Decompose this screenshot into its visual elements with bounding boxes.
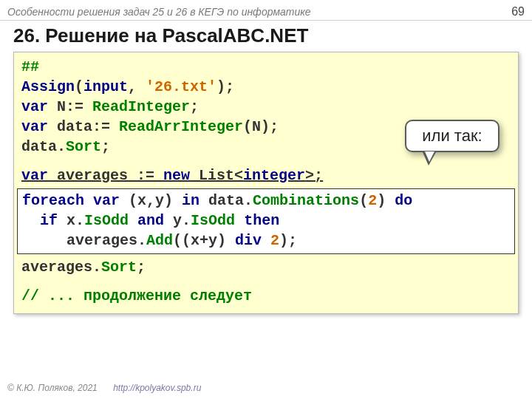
callout-tail	[423, 152, 436, 166]
header-subtitle: Особенности решения задач 25 и 26 в КЕГЭ…	[7, 6, 311, 18]
slide-title: 26. Решение на PascalABC.NET	[13, 24, 308, 47]
code-line: foreach var (x,y) in data.Combinations(2…	[22, 191, 510, 211]
code-line: if x.IsOdd and y.IsOdd then	[22, 211, 510, 231]
page-number: 69	[511, 5, 525, 18]
code-line: var N:= ReadInteger;	[21, 97, 511, 117]
code-line: var averages := new List<integer>;	[21, 166, 511, 185]
blank-line	[21, 277, 511, 286]
copyright-text: © К.Ю. Поляков, 2021	[7, 383, 98, 393]
highlighted-code-box: foreach var (x,y) in data.Combinations(2…	[17, 188, 515, 254]
header-bar: Особенности решения задач 25 и 26 в КЕГЭ…	[0, 0, 532, 21]
code-block: ## Assign(input, '26.txt'); var N:= Read…	[13, 52, 519, 314]
code-line: Assign(input, '26.txt');	[21, 77, 511, 97]
callout-bubble: или так:	[405, 120, 499, 152]
blank-line	[21, 157, 511, 166]
code-line: ##	[21, 57, 511, 77]
callout-text: или так:	[422, 126, 482, 146]
code-line: averages.Add((x+y) div 2);	[22, 231, 510, 250]
code-line: averages.Sort;	[21, 257, 511, 277]
footer: © К.Ю. Поляков, 2021 http://kpolyakov.sp…	[7, 383, 201, 393]
footer-url: http://kpolyakov.spb.ru	[113, 383, 201, 393]
code-line: // ... продолжение следует	[21, 286, 511, 306]
